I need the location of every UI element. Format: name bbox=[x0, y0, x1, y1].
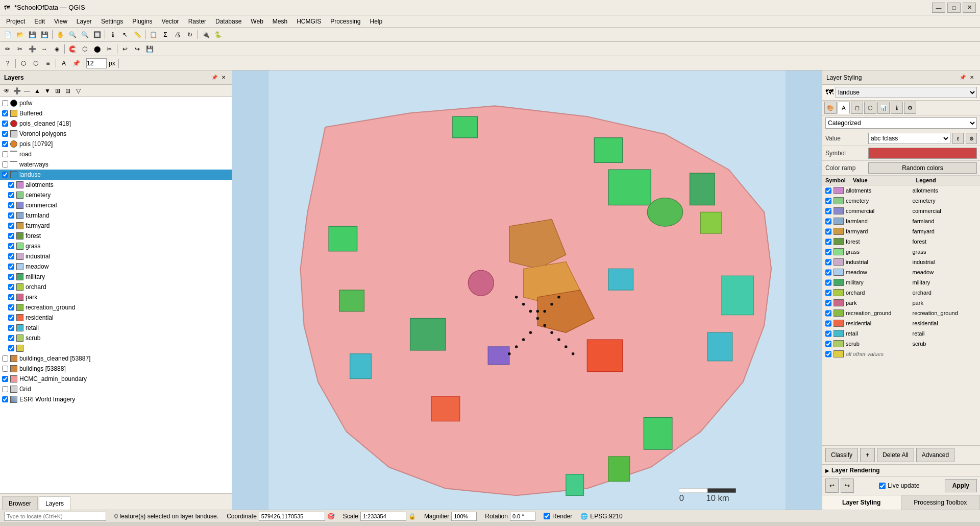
new-project-btn[interactable]: 📄 bbox=[2, 29, 13, 40]
sym-row-8[interactable]: meadowmeadow bbox=[822, 267, 980, 277]
select-location-btn[interactable]: ⬡ bbox=[18, 58, 29, 69]
delete-all-btn[interactable]: Delete All bbox=[877, 448, 914, 462]
add-feature-btn[interactable]: ➕ bbox=[27, 43, 38, 55]
layer-checkbox-hcmc_admin[interactable] bbox=[2, 376, 8, 382]
classify-btn[interactable]: Classify bbox=[825, 448, 858, 462]
layer-checkbox-meadow[interactable] bbox=[8, 264, 14, 270]
locate-input[interactable] bbox=[4, 512, 106, 521]
style-mask-tab[interactable]: ◻ bbox=[851, 102, 863, 114]
sym-check-5[interactable] bbox=[825, 238, 831, 245]
color-ramp-btn[interactable]: Random colors bbox=[868, 162, 977, 174]
layer-item-retail[interactable]: retail bbox=[0, 323, 232, 333]
layer-item-grass[interactable]: grass bbox=[0, 241, 232, 251]
layer-checkbox-other[interactable] bbox=[8, 345, 14, 351]
sym-check-10[interactable] bbox=[825, 290, 831, 296]
layer-checkbox-landuse[interactable] bbox=[2, 172, 8, 178]
layer-checkbox-esri_world[interactable] bbox=[2, 396, 8, 402]
sym-row-7[interactable]: industrialindustrial bbox=[822, 257, 980, 267]
sym-row-10[interactable]: orchardorchard bbox=[822, 288, 980, 298]
save-as-btn[interactable]: 💾 bbox=[39, 29, 50, 40]
snapping-btn[interactable]: 🧲 bbox=[67, 43, 78, 55]
value-select[interactable]: abc fclass bbox=[868, 133, 950, 144]
menu-database[interactable]: Database bbox=[211, 17, 246, 26]
menu-raster[interactable]: Raster bbox=[184, 17, 210, 26]
sym-check-7[interactable] bbox=[825, 259, 831, 266]
plugins-btn[interactable]: 🔌 bbox=[200, 29, 211, 40]
fill-ring-btn[interactable]: ⬤ bbox=[91, 43, 103, 55]
select-polygon-btn[interactable]: ⬡ bbox=[30, 58, 41, 69]
node-tool-btn[interactable]: ◈ bbox=[51, 43, 62, 55]
layer-down-btn[interactable]: ▼ bbox=[43, 86, 52, 95]
menu-vector[interactable]: Vector bbox=[158, 17, 183, 26]
digitize-btn[interactable]: ✏ bbox=[2, 43, 13, 55]
sym-row-16[interactable]: all other values bbox=[822, 349, 980, 359]
sym-check-6[interactable] bbox=[825, 249, 831, 255]
edit-btn[interactable]: ✂ bbox=[14, 43, 26, 55]
layer-item-allotments[interactable]: allotments bbox=[0, 180, 232, 190]
sym-check-15[interactable] bbox=[825, 341, 831, 347]
sym-row-15[interactable]: scrubscrub bbox=[822, 339, 980, 349]
advanced-btn[interactable]: Advanced bbox=[916, 448, 954, 462]
layer-checkbox-industrial[interactable] bbox=[8, 253, 14, 259]
live-update-checkbox[interactable] bbox=[879, 483, 886, 489]
zoom-out-btn[interactable]: 🔍 bbox=[79, 29, 90, 40]
menu-web[interactable]: Web bbox=[247, 17, 267, 26]
layer-item-pois[interactable]: pois [10792] bbox=[0, 139, 232, 149]
style-render-tab[interactable]: ⚙ bbox=[904, 102, 916, 114]
layer-item-forest[interactable]: forest bbox=[0, 231, 232, 241]
styling-layer-select[interactable]: landuse bbox=[836, 87, 977, 98]
coordinate-input[interactable] bbox=[259, 512, 325, 521]
styling-type-select[interactable]: Categorized bbox=[825, 117, 977, 129]
layer-checkbox-recreation_ground[interactable] bbox=[8, 304, 14, 310]
sym-check-8[interactable] bbox=[825, 269, 831, 276]
maximize-button[interactable]: □ bbox=[947, 3, 961, 13]
layer-checkbox-cemetery[interactable] bbox=[8, 192, 14, 198]
symbol-preview[interactable] bbox=[868, 148, 977, 159]
layer-item-park[interactable]: park bbox=[0, 292, 232, 302]
layer-item-meadow[interactable]: meadow bbox=[0, 261, 232, 272]
menu-mesh[interactable]: Mesh bbox=[268, 17, 291, 26]
open-project-btn[interactable]: 📂 bbox=[14, 29, 26, 40]
layers-close-btn[interactable]: ✕ bbox=[219, 74, 228, 82]
layer-filter-btn[interactable]: ▽ bbox=[74, 86, 83, 95]
sym-row-9[interactable]: militarymilitary bbox=[822, 277, 980, 288]
menu-view[interactable]: View bbox=[50, 17, 71, 26]
move-feature-btn[interactable]: ↔ bbox=[39, 43, 50, 55]
menu-hcmgis[interactable]: HCMGIS bbox=[292, 17, 325, 26]
print-btn[interactable]: 🖨 bbox=[172, 29, 183, 40]
redo-btn[interactable]: ↪ bbox=[132, 43, 143, 55]
layer-item-farmyard[interactable]: farmyard bbox=[0, 221, 232, 231]
select-freehand-btn[interactable]: ≡ bbox=[42, 58, 54, 69]
sym-check-2[interactable] bbox=[825, 208, 831, 214]
style-3d-tab[interactable]: ⬡ bbox=[864, 102, 876, 114]
sym-row-13[interactable]: residentialresidential bbox=[822, 318, 980, 328]
layer-checkbox-voronoi[interactable] bbox=[2, 131, 8, 137]
open-table-btn[interactable]: 📋 bbox=[148, 29, 159, 40]
layers-pin-btn[interactable]: 📌 bbox=[210, 74, 218, 82]
menu-edit[interactable]: Edit bbox=[30, 17, 49, 26]
layer-checkbox-park[interactable] bbox=[8, 294, 14, 300]
sym-row-2[interactable]: commercialcommercial bbox=[822, 206, 980, 216]
add-category-btn[interactable]: + bbox=[860, 448, 875, 462]
layer-checkbox-pofw[interactable] bbox=[2, 100, 8, 106]
help-btn[interactable]: ? bbox=[2, 58, 13, 69]
sym-row-3[interactable]: farmlandfarmland bbox=[822, 216, 980, 226]
value-more-btn[interactable]: ⚙ bbox=[966, 133, 977, 144]
zoom-full-btn[interactable]: 🔲 bbox=[91, 29, 103, 40]
layer-item-pofw[interactable]: pofw bbox=[0, 98, 232, 108]
sym-check-11[interactable] bbox=[825, 300, 831, 306]
layer-item-industrial[interactable]: industrial bbox=[0, 251, 232, 261]
layer-checkbox-military[interactable] bbox=[8, 274, 14, 280]
pan-map-btn[interactable]: ✋ bbox=[55, 29, 66, 40]
sym-row-5[interactable]: forestforest bbox=[822, 236, 980, 247]
render-checkbox[interactable] bbox=[544, 513, 550, 519]
split-btn[interactable]: ✂ bbox=[104, 43, 115, 55]
layer-item-buildings_cleaned[interactable]: buildings_cleaned [53887] bbox=[0, 353, 232, 364]
layer-item-buildings[interactable]: buildings [53888] bbox=[0, 364, 232, 374]
layer-item-voronoi[interactable]: Voronoi polygons bbox=[0, 129, 232, 139]
layer-item-military[interactable]: military bbox=[0, 272, 232, 282]
minimize-button[interactable]: — bbox=[932, 3, 945, 13]
layer-item-buffered[interactable]: Buffered bbox=[0, 108, 232, 118]
layer-checkbox-residential[interactable] bbox=[8, 315, 14, 321]
sym-row-12[interactable]: recreation_groundrecreation_ground bbox=[822, 308, 980, 318]
